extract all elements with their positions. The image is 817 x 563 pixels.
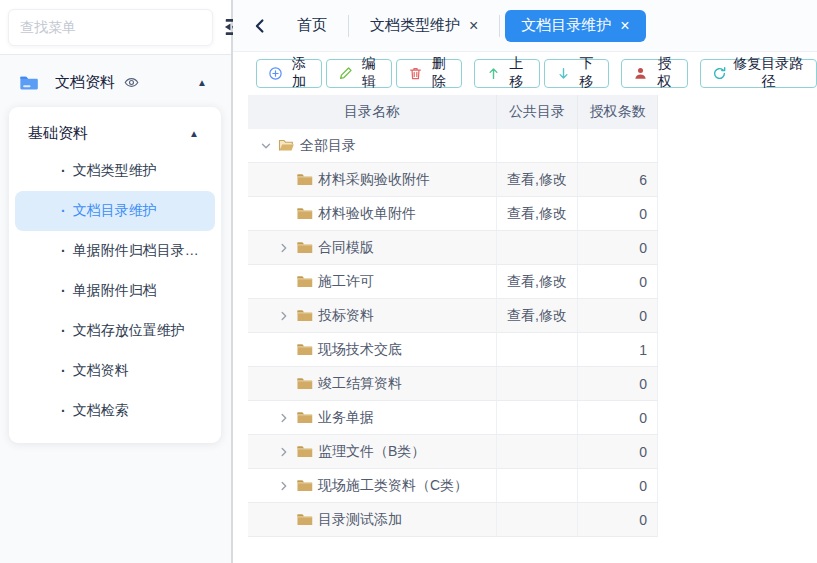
folder-icon: [296, 171, 313, 188]
trash-button[interactable]: 删除: [396, 59, 462, 88]
table-row-5[interactable]: 投标资料查看,修改0: [248, 299, 658, 333]
collapse-caret-icon[interactable]: ▲: [197, 77, 215, 88]
column-header-2: 授权条数: [578, 95, 658, 129]
cell-public-directory: [497, 503, 578, 536]
pencil-icon: [338, 66, 353, 81]
table-row-3[interactable]: 合同模版0: [248, 231, 658, 265]
sidebar-item-label: 文档资料: [73, 362, 129, 380]
folder-open-icon: [278, 137, 295, 154]
app-window: 文档资料 ▲ 基础资料 ▲ ·文档类型维护·文档目录维护·单据附件归档目录…·单…: [0, 0, 817, 563]
table-body: 全部目录材料采购验收附件查看,修改6材料验收单附件查看,修改0合同模版0施工许可…: [248, 129, 658, 537]
cell-public-directory: [497, 469, 578, 502]
table-row-10[interactable]: 现场施工类资料（C类）0: [248, 469, 658, 503]
directory-name[interactable]: 材料采购验收附件: [318, 171, 430, 189]
cell-directory-name: 业务单据: [248, 401, 497, 434]
main-panel: 首页文档类型维护×文档目录维护× 添加编辑删除上移下移授权修复目录路径 目录名称…: [233, 0, 817, 563]
eye-icon[interactable]: [124, 75, 139, 90]
expand-chevron-down-icon[interactable]: [260, 140, 278, 152]
folder-icon: [296, 409, 313, 426]
cell-public-directory: 查看,修改: [497, 197, 578, 230]
directory-name[interactable]: 业务单据: [318, 409, 374, 427]
expand-chevron-right-icon[interactable]: [278, 310, 296, 322]
cell-auth-count: 0: [578, 265, 658, 298]
sidebar-item-4[interactable]: ·文档存放位置维护: [15, 311, 215, 351]
collapse-caret-icon[interactable]: ▲: [189, 128, 209, 139]
sidebar-item-label: 文档存放位置维护: [73, 322, 185, 340]
tab-2-active[interactable]: 文档目录维护×: [505, 10, 645, 42]
table-row-2[interactable]: 材料验收单附件查看,修改0: [248, 197, 658, 231]
tab-bar: 首页文档类型维护×文档目录维护×: [233, 0, 817, 52]
user-button[interactable]: 授权: [621, 59, 687, 88]
refresh-button[interactable]: 修复目录路径: [700, 59, 817, 88]
cell-directory-name: 竣工结算资料: [248, 367, 497, 400]
cell-public-directory: 查看,修改: [497, 265, 578, 298]
tab-0[interactable]: 首页: [281, 10, 343, 42]
cell-auth-count: 0: [578, 401, 658, 434]
directory-name[interactable]: 监理文件（B类）: [318, 443, 425, 461]
expand-chevron-right-icon[interactable]: [278, 446, 296, 458]
folder-icon: [296, 239, 313, 256]
column-header-0: 目录名称: [248, 95, 497, 129]
table-row-7[interactable]: 竣工结算资料0: [248, 367, 658, 401]
table-row-11[interactable]: 目录测试添加0: [248, 503, 658, 537]
bullet-icon: ·: [61, 243, 66, 259]
sidebar: 文档资料 ▲ 基础资料 ▲ ·文档类型维护·文档目录维护·单据附件归档目录…·单…: [0, 0, 233, 563]
directory-name[interactable]: 现场施工类资料（C类）: [318, 477, 468, 495]
tab-1[interactable]: 文档类型维护×: [354, 10, 494, 42]
table-row-9[interactable]: 监理文件（B类）0: [248, 435, 658, 469]
refresh-icon: [712, 66, 727, 81]
directory-name[interactable]: 投标资料: [318, 307, 374, 325]
tabs-container: 首页文档类型维护×文档目录维护×: [281, 10, 646, 42]
table-row-1[interactable]: 材料采购验收附件查看,修改6: [248, 163, 658, 197]
directory-name[interactable]: 全部目录: [300, 137, 356, 155]
cell-directory-name: 合同模版: [248, 231, 497, 264]
arrow-down-button[interactable]: 下移: [544, 59, 610, 88]
cell-directory-name: 全部目录: [248, 129, 497, 162]
directory-name[interactable]: 合同模版: [318, 239, 374, 257]
table-row-0[interactable]: 全部目录: [248, 129, 658, 163]
cell-directory-name: 材料采购验收附件: [248, 163, 497, 196]
sidebar-item-2[interactable]: ·单据附件归档目录…: [15, 231, 215, 271]
directory-name[interactable]: 施工许可: [318, 273, 374, 291]
sidebar-item-1[interactable]: ·文档目录维护: [15, 191, 215, 231]
expand-chevron-right-icon[interactable]: [278, 242, 296, 254]
folder-icon: [296, 477, 313, 494]
folder-icon: [296, 273, 313, 290]
arrow-down-icon: [556, 66, 571, 81]
directory-name[interactable]: 现场技术交底: [318, 341, 402, 359]
sidebar-item-list: ·文档类型维护·文档目录维护·单据附件归档目录…·单据附件归档·文档存放位置维护…: [15, 151, 215, 431]
cell-auth-count: 6: [578, 163, 658, 196]
directory-name[interactable]: 目录测试添加: [318, 511, 402, 529]
pencil-button[interactable]: 编辑: [326, 59, 392, 88]
tabs-back-chevron-icon[interactable]: [247, 18, 273, 34]
tab-close-icon[interactable]: ×: [469, 18, 478, 34]
sidebar-item-5[interactable]: ·文档资料: [15, 351, 215, 391]
table-row-6[interactable]: 现场技术交底1: [248, 333, 658, 367]
arrow-up-button[interactable]: 上移: [474, 59, 540, 88]
table-row-8[interactable]: 业务单据0: [248, 401, 658, 435]
bullet-icon: ·: [61, 403, 66, 419]
submenu-header-label: 基础资料: [28, 124, 88, 143]
cell-auth-count: 0: [578, 299, 658, 332]
sidebar-group-docs[interactable]: 文档资料 ▲: [9, 68, 221, 107]
cell-auth-count: 0: [578, 367, 658, 400]
cell-directory-name: 监理文件（B类）: [248, 435, 497, 468]
expand-chevron-right-icon[interactable]: [278, 480, 296, 492]
sidebar-item-0[interactable]: ·文档类型维护: [15, 151, 215, 191]
plus-circle-button[interactable]: 添加: [256, 59, 322, 88]
tab-close-icon[interactable]: ×: [620, 18, 629, 34]
sidebar-menu: 文档资料 ▲ 基础资料 ▲ ·文档类型维护·文档目录维护·单据附件归档目录…·单…: [0, 55, 231, 563]
sidebar-item-6[interactable]: ·文档检索: [15, 391, 215, 431]
bullet-icon: ·: [61, 203, 66, 219]
user-icon: [633, 66, 648, 81]
sidebar-item-3[interactable]: ·单据附件归档: [15, 271, 215, 311]
table-row-4[interactable]: 施工许可查看,修改0: [248, 265, 658, 299]
submenu-header-basic-data[interactable]: 基础资料 ▲: [15, 113, 215, 151]
toolbar-button-label: 编辑: [358, 55, 380, 91]
directory-name[interactable]: 竣工结算资料: [318, 375, 402, 393]
expand-chevron-right-icon[interactable]: [278, 412, 296, 424]
search-input[interactable]: [8, 9, 213, 46]
directory-name[interactable]: 材料验收单附件: [318, 205, 416, 223]
cell-auth-count: 1: [578, 333, 658, 366]
toolbar-button-label: 授权: [653, 55, 675, 91]
